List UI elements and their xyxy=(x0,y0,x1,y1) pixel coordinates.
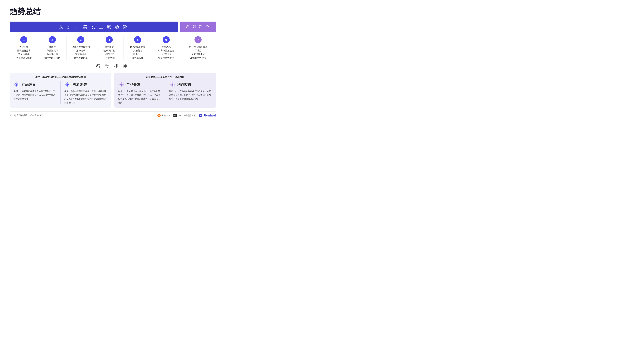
action-card-left-title: 洗护、美发主流趋势——品类下的细分市场布局 xyxy=(14,76,107,79)
action-right-icon-2 xyxy=(169,81,176,88)
trend-text-2: 高颅顶审美潮流下防脱蓬松与物理手段双加持 xyxy=(44,45,60,60)
tmic-icon: TMIC xyxy=(173,114,176,117)
action-left-desc-2: 举例：在头皮护理类产品中，着重沟通针对性头皮问题根源如头皮敏感，头皮微生物环境护… xyxy=(64,89,108,105)
action-right-label-1: 产品开发 xyxy=(126,82,140,87)
action-left-label-2: 沟通改进 xyxy=(72,82,86,87)
tmall-logo: 猫 天猫个护 xyxy=(157,114,170,117)
svg-text:TMIC: TMIC xyxy=(174,115,176,116)
action-items-right: 产品开发举例：对目前还没有太多专业针对性产品的品类进行开发，如头皮排毒、治疗产品… xyxy=(118,81,212,105)
trends-row: 1头皮护理呈现进阶需求需关注敏感毛孔健康等需求2高颅顶审美潮流下防脱蓬松与物理手… xyxy=(10,36,216,60)
tmall-icon: 猫 xyxy=(157,114,161,117)
trend-circle-3: 3 xyxy=(77,36,84,43)
tmic-label: TMIC 快消趋势发布 xyxy=(177,114,196,117)
footer-separator: | xyxy=(13,114,14,117)
svg-text:猫: 猫 xyxy=(158,115,160,116)
action-right-divider xyxy=(165,81,165,105)
action-section: 洗护、美发主流趋势——品类下的细分市场布局 产品改良举例：护发精油产品应在质地和… xyxy=(10,72,216,108)
trend-circle-1: 1 xyxy=(20,36,27,43)
trend-item-5: 5DIY染发及柔顺为消费者高性价比高效率选择 xyxy=(124,36,152,60)
trend-item-1: 1头皮护理呈现进阶需求需关注敏感毛孔健康等需求 xyxy=(10,36,38,60)
footer-left: 28 | 定量问卷调研：样本量N=558 xyxy=(10,114,43,117)
action-card-right-title: 新兴趋势——全新的产品开发和布局 xyxy=(118,76,212,79)
trend-text-5: DIY染发及柔顺为消费者高性价比高效率选择 xyxy=(130,45,145,60)
svg-point-3 xyxy=(16,84,17,85)
action-right-icon-1 xyxy=(118,81,124,88)
trend-item-3: 3以油养发热度持续用户追求轻薄质地与便捷友好用感 xyxy=(67,36,95,60)
tmall-label: 天猫个护 xyxy=(162,114,170,117)
trend-text-7: 用户预洗理念加深可满足深度清洁头皮及滋润发丝需求 xyxy=(189,45,207,60)
action-left-label-1: 产品改良 xyxy=(22,82,36,87)
footer-page: 28 xyxy=(10,114,12,117)
trend-text-1: 头皮护理呈现进阶需求需关注敏感毛孔健康等需求 xyxy=(16,45,32,60)
action-right-header-2: 沟通改进 xyxy=(169,81,212,88)
trend-item-4: 4时尚烫染热潮下突显修护护理及护色需求 xyxy=(95,36,124,60)
tmic-logo: TMIC TMIC 快消趋势发布 xyxy=(173,114,196,117)
svg-point-11 xyxy=(121,84,122,85)
footer: 28 | 定量问卷调研：样本量N=558 猫 天猫个护 TMIC TMIC 快消… xyxy=(10,111,216,117)
action-items-left: 产品改良举例：护发精油产品应在质地和产品形态上进行改进，质地更加水润，产品形态倾… xyxy=(14,81,107,105)
flywheel-label: Flywheel xyxy=(204,114,216,117)
action-left-item-1: 产品改良举例：护发精油产品应在质地和产品形态上进行改进，质地更加水润，产品形态倾… xyxy=(14,81,56,105)
action-right-desc-1: 举例：对目前还没有太多专业针对性产品的品类进行开发，如头皮排毒、治疗产品，快速消… xyxy=(118,89,161,105)
action-right-item-1: 产品开发举例：对目前还没有太多专业针对性产品的品类进行开发，如头皮排毒、治疗产品… xyxy=(118,81,161,105)
banner-main: 洗 护 、 美 发 主 流 趋 势 xyxy=(10,21,178,32)
footer-right: 猫 天猫个护 TMIC TMIC 快消趋势发布 Flywheel xyxy=(157,114,216,117)
trend-circle-4: 4 xyxy=(106,36,113,43)
action-right-item-2: 沟通改进举例：针对产品中的特定成分进行沟通，教育消费者认知成分有效性，如将产品中… xyxy=(169,81,212,105)
trend-circle-2: 2 xyxy=(49,36,56,43)
trend-circle-6: 6 xyxy=(162,36,170,43)
action-left-icon-2 xyxy=(64,81,71,88)
action-right-label-2: 沟通改进 xyxy=(177,82,191,87)
action-card-right: 新兴趋势——全新的产品开发和布局 产品开发举例：对目前还没有太多专业针对性产品的… xyxy=(114,72,216,108)
svg-point-7 xyxy=(67,84,68,85)
trend-item-6: 6造型产品助力氛围感妆造防护需求及清爽用感需关注 xyxy=(152,36,180,60)
trend-circle-5: 5 xyxy=(134,36,141,43)
flywheel-icon xyxy=(199,114,202,117)
action-left-desc-1: 举例：护发精油产品应在质地和产品形态上进行改进，质地更加水润，产品形态倾向更加高… xyxy=(14,89,56,101)
trend-circle-7: 7 xyxy=(194,36,202,43)
trend-items-main: 1头皮护理呈现进阶需求需关注敏感毛孔健康等需求2高颅顶审美潮流下防脱蓬松与物理手… xyxy=(10,36,180,60)
trend-text-3: 以油养发热度持续用户追求轻薄质地与便捷友好用感 xyxy=(72,45,90,60)
action-card-left: 洗护、美发主流趋势——品类下的细分市场布局 产品改良举例：护发精油产品应在质地和… xyxy=(10,72,111,108)
trend-side-item: 7用户预洗理念加深可满足深度清洁头皮及滋润发丝需求 xyxy=(180,36,216,60)
banner-side: 新 兴 趋 势 xyxy=(180,21,216,32)
header-banners: 洗 护 、 美 发 主 流 趋 势 新 兴 趋 势 xyxy=(10,21,216,32)
action-right-desc-2: 举例：针对产品中的特定成分进行沟通，教育消费者认知成分有效性，如将产品中的角蛋白… xyxy=(169,89,212,101)
action-right-header-1: 产品开发 xyxy=(118,81,161,88)
trend-item-2: 2高颅顶审美潮流下防脱蓬松与物理手段双加持 xyxy=(38,36,67,60)
action-left-header-1: 产品改良 xyxy=(14,81,56,88)
flywheel-logo: Flywheel xyxy=(199,114,216,117)
trend-text-4: 时尚烫染热潮下突显修护护理及护色需求 xyxy=(104,45,115,60)
footer-note: 定量问卷调研：样本量N=558 xyxy=(14,114,43,117)
action-left-item-2: 沟通改进举例：在头皮护理类产品中，着重沟通针对性头皮问题根源如头皮敏感，头皮微生… xyxy=(64,81,108,105)
action-left-header-2: 沟通改进 xyxy=(64,81,108,88)
trend-text-6: 造型产品助力氛围感妆造防护需求及清爽用感需关注 xyxy=(158,45,174,60)
page-title: 趋势总结 xyxy=(10,6,216,17)
action-guide-title: 行 动 指 南 xyxy=(10,63,216,69)
svg-point-15 xyxy=(172,84,173,85)
action-left-icon-1 xyxy=(14,81,20,88)
